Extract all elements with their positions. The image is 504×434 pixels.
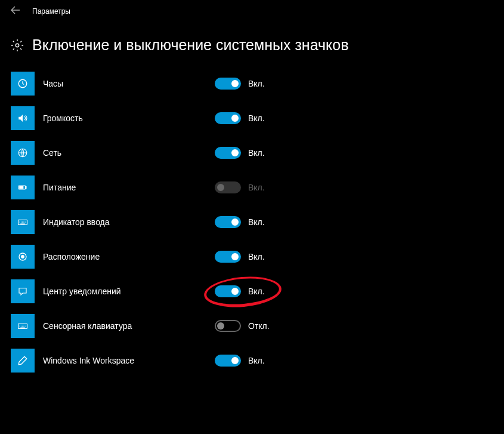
toggle-thumb — [231, 80, 239, 87]
toggle-thumb — [231, 218, 239, 226]
keyboard-icon — [11, 210, 35, 234]
toggle-thumb — [231, 357, 239, 364]
setting-label-network: Сеть — [43, 148, 215, 158]
toggle-windows-ink[interactable] — [215, 355, 241, 367]
setting-label-power: Питание — [43, 183, 215, 192]
app-title: Параметры — [32, 7, 70, 16]
setting-row-volume: ГромкостьВкл. — [11, 106, 493, 130]
gear-icon — [11, 39, 24, 52]
ink-icon — [11, 349, 35, 373]
setting-row-touch-keyboard: Сенсорная клавиатураОткл. — [11, 314, 493, 338]
toggle-container-network: Вкл. — [215, 147, 265, 159]
toggle-thumb — [231, 288, 239, 295]
svg-rect-4 — [26, 187, 27, 189]
toggle-state-label-power: Вкл. — [248, 183, 265, 192]
toggle-volume[interactable] — [215, 112, 241, 124]
setting-label-action-center: Центр уведомлений — [43, 287, 215, 296]
setting-row-clock: ЧасыВкл. — [11, 72, 493, 96]
setting-row-input-indicator: Индикатор вводаВкл. — [11, 210, 493, 234]
toggle-location[interactable] — [215, 251, 241, 263]
toggle-power — [215, 181, 241, 193]
setting-label-volume: Громкость — [43, 113, 215, 123]
toggle-clock[interactable] — [215, 78, 241, 90]
toggle-thumb — [217, 322, 224, 330]
toggle-container-windows-ink: Вкл. — [215, 355, 265, 367]
toggle-container-clock: Вкл. — [215, 78, 265, 90]
setting-label-touch-keyboard: Сенсорная клавиатура — [43, 321, 215, 331]
toggle-state-label-volume: Вкл. — [248, 113, 265, 123]
svg-point-8 — [21, 256, 24, 258]
setting-label-windows-ink: Windows Ink Workspace — [43, 356, 215, 365]
toggle-thumb — [217, 184, 224, 191]
toggle-container-power: Вкл. — [215, 181, 265, 193]
toggle-state-label-location: Вкл. — [248, 252, 265, 261]
toggle-touch-keyboard[interactable] — [215, 320, 241, 332]
toggle-container-input-indicator: Вкл. — [215, 216, 265, 228]
toggle-state-label-action-center: Вкл. — [248, 287, 265, 296]
page-title: Включение и выключение системных значков — [32, 36, 348, 54]
toggle-state-label-touch-keyboard: Откл. — [248, 321, 270, 331]
network-icon — [11, 141, 35, 165]
setting-row-network: СетьВкл. — [11, 141, 493, 165]
toggle-container-action-center: Вкл. — [215, 285, 265, 297]
setting-row-location: РасположениеВкл. — [11, 245, 493, 269]
toggle-thumb — [231, 115, 239, 122]
toggle-state-label-windows-ink: Вкл. — [248, 356, 265, 365]
toggle-state-label-network: Вкл. — [248, 148, 265, 158]
toggle-state-label-input-indicator: Вкл. — [248, 217, 265, 227]
svg-rect-5 — [20, 187, 23, 189]
toggle-container-volume: Вкл. — [215, 112, 265, 124]
toggle-thumb — [231, 149, 239, 156]
toggle-input-indicator[interactable] — [215, 216, 241, 228]
toggle-container-touch-keyboard: Откл. — [215, 320, 270, 332]
setting-row-action-center: Центр уведомленийВкл. — [11, 279, 493, 303]
svg-point-0 — [16, 44, 19, 47]
setting-label-clock: Часы — [43, 79, 215, 88]
toggle-thumb — [231, 253, 239, 260]
location-icon — [11, 245, 35, 269]
back-button[interactable] — [11, 6, 20, 16]
toggle-network[interactable] — [215, 147, 241, 159]
setting-row-power: ПитаниеВкл. — [11, 176, 493, 199]
notification-icon — [11, 279, 35, 303]
power-icon — [11, 176, 35, 199]
volume-icon — [11, 106, 35, 130]
setting-label-location: Расположение — [43, 252, 215, 261]
setting-row-windows-ink: Windows Ink WorkspaceВкл. — [11, 349, 493, 373]
clock-icon — [11, 72, 35, 96]
touch-keyboard-icon — [11, 314, 35, 338]
toggle-action-center[interactable] — [215, 285, 241, 297]
toggle-state-label-clock: Вкл. — [248, 79, 265, 88]
toggle-container-location: Вкл. — [215, 251, 265, 263]
setting-label-input-indicator: Индикатор ввода — [43, 217, 215, 227]
